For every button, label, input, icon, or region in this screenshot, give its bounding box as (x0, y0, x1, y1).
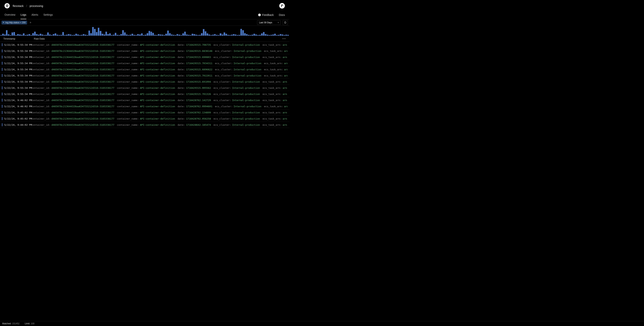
histogram-bar[interactable] (244, 33, 246, 36)
histogram-bar[interactable] (40, 34, 41, 36)
histogram-bar[interactable] (145, 35, 146, 36)
histogram-bar[interactable] (274, 34, 276, 36)
histogram-bar[interactable] (197, 35, 199, 36)
add-filter-button[interactable]: + (28, 21, 32, 24)
histogram-bar[interactable] (62, 32, 64, 36)
histogram-bar[interactable] (280, 34, 281, 36)
histogram-bar[interactable] (111, 35, 112, 36)
histogram-bar[interactable] (270, 35, 272, 36)
histogram-bar[interactable] (276, 35, 278, 36)
log-row[interactable]: 5/22/24, 9:55:34 PMcontainer_id:d465078c… (0, 48, 289, 54)
histogram-bar[interactable] (141, 33, 142, 36)
histogram-bar[interactable] (49, 34, 50, 36)
histogram-bar[interactable] (166, 34, 167, 36)
histogram-bar[interactable] (88, 30, 90, 36)
histogram-bar[interactable] (203, 29, 204, 36)
histogram-bar[interactable] (240, 29, 242, 36)
histogram-bar[interactable] (79, 35, 81, 36)
histogram-bar[interactable] (162, 35, 163, 36)
histogram-bar[interactable] (173, 35, 174, 36)
histogram-bar[interactable] (23, 33, 24, 36)
histogram-bar[interactable] (235, 34, 236, 36)
histogram-bar[interactable] (207, 33, 208, 36)
histogram-bar[interactable] (66, 35, 68, 36)
histogram-bar[interactable] (216, 35, 218, 36)
histogram-bar[interactable] (267, 35, 268, 36)
histogram-bar[interactable] (134, 35, 135, 36)
product-icon[interactable] (279, 3, 285, 8)
histogram-bar[interactable] (143, 35, 144, 36)
histogram-bar[interactable] (92, 27, 94, 36)
histogram-bar[interactable] (38, 35, 40, 36)
histogram-bar[interactable] (286, 35, 287, 36)
histogram-bar[interactable] (226, 34, 227, 36)
histogram-bar[interactable] (278, 35, 280, 36)
histogram-bar[interactable] (120, 34, 122, 36)
tab-overview[interactable]: Overview (4, 10, 15, 19)
histogram-bar[interactable] (115, 33, 116, 36)
histogram-bar[interactable] (248, 35, 250, 36)
histogram-bar[interactable] (32, 33, 34, 36)
histogram-bar[interactable] (218, 35, 219, 36)
histogram-bar[interactable] (227, 35, 229, 36)
histogram-bar[interactable] (132, 34, 133, 36)
time-range-select[interactable]: Last 30 Days ▾ (257, 20, 281, 25)
histogram-bar[interactable] (158, 34, 160, 36)
histogram-bar[interactable] (259, 35, 260, 36)
histogram-bar[interactable] (147, 33, 148, 36)
histogram-bar[interactable] (257, 35, 259, 36)
app-logo[interactable] (4, 3, 10, 8)
histogram-bar[interactable] (8, 34, 9, 36)
log-row[interactable]: 5/22/24, 9:46:02 PMcontainer_id:d465078c… (0, 97, 289, 103)
histogram-bar[interactable] (238, 35, 240, 36)
log-row[interactable]: 5/22/24, 9:46:02 PMcontainer_id:d465078c… (0, 103, 289, 109)
tab-logs[interactable]: Logs (20, 10, 26, 19)
feedback-link[interactable]: ☺ Feedback (258, 13, 274, 16)
histogram-bar[interactable] (106, 32, 107, 36)
histogram-bar[interactable] (261, 33, 263, 36)
log-row[interactable]: 5/22/24, 9:55:34 PMcontainer_id:d465078c… (0, 91, 289, 97)
histogram-bar[interactable] (4, 34, 6, 36)
histogram-bar[interactable] (164, 35, 165, 36)
histogram-bar[interactable] (242, 30, 244, 36)
histogram-bar[interactable] (205, 31, 206, 36)
histogram-bar[interactable] (107, 34, 109, 36)
histogram-bar[interactable] (72, 35, 73, 36)
tab-alerts[interactable]: Alerts (32, 10, 38, 19)
histogram-bar[interactable] (58, 35, 60, 36)
histogram-bar[interactable] (19, 34, 20, 36)
histogram-bar[interactable] (53, 34, 54, 36)
histogram-bar[interactable] (222, 34, 223, 36)
histogram-bar[interactable] (156, 35, 158, 36)
log-row[interactable]: 5/22/24, 9:55:34 PMcontainer_id:d465078c… (0, 42, 289, 48)
histogram-bar[interactable] (113, 35, 114, 36)
histogram-bar[interactable] (190, 35, 191, 36)
histogram-bar[interactable] (30, 35, 32, 36)
histogram-bar[interactable] (139, 34, 140, 36)
histogram-bar[interactable] (182, 33, 184, 36)
histogram-bar[interactable] (102, 34, 103, 36)
histogram-bar[interactable] (104, 34, 105, 36)
histogram-bar[interactable] (77, 34, 79, 36)
chip-remove-icon[interactable]: ✕ (2, 21, 4, 24)
histogram-bar[interactable] (130, 35, 131, 36)
histogram-bar[interactable] (192, 34, 193, 36)
histogram-bar[interactable] (186, 34, 188, 36)
histogram-bar[interactable] (70, 34, 71, 36)
filter-chip[interactable]: ✕ log.http.status = 200 (2, 21, 27, 24)
histogram-bar[interactable] (86, 35, 88, 36)
breadcrumb-org[interactable]: flexstack (13, 4, 24, 7)
log-row[interactable]: 5/22/24, 9:45:02 PMcontainer_id:d465078c… (0, 116, 289, 122)
column-timestamp[interactable]: Timestamp (3, 37, 15, 40)
histogram-bar[interactable] (42, 34, 43, 36)
histogram-bar[interactable] (171, 34, 172, 36)
histogram-bar[interactable] (137, 34, 139, 36)
notifications-button[interactable] (282, 20, 288, 25)
histogram-bar[interactable] (126, 34, 128, 36)
histogram-bar[interactable] (178, 35, 180, 36)
histogram-bar[interactable] (135, 35, 137, 36)
histogram-bar[interactable] (90, 33, 92, 36)
histogram-bar[interactable] (287, 35, 289, 36)
histogram-bar[interactable] (27, 35, 28, 36)
histogram-bar[interactable] (44, 35, 45, 36)
